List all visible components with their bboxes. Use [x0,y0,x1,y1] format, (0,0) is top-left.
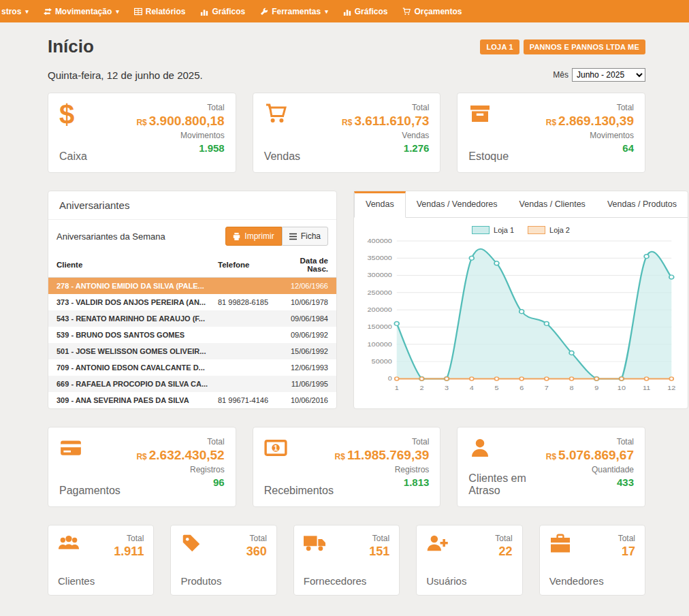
current-date: Quinta-feira, 12 de junho de 2025. [48,69,203,81]
count-label: Registros [395,465,430,474]
nav-item-label: Gráficos [212,7,245,16]
legend-item[interactable]: Loja 1 [472,226,514,234]
bar-chart-icon [200,7,208,16]
dollar-icon: $ [59,103,87,127]
nav-item-label: Movimentação [55,7,112,16]
total-label: Total [412,437,429,447]
table-row[interactable]: 669 - RAFAELA PROCOPIO DA SILVA CA... 11… [48,376,336,392]
stat-total-value: R$5.076.869,67 [546,449,634,463]
stat-total-value: R$11.985.769,39 [335,449,430,463]
column-header-telefone: Telefone [210,253,279,278]
stat-count-value: 64 [622,142,634,154]
mini-card-label: Produtos [180,575,266,587]
svg-text:400000: 400000 [368,238,393,244]
mini-card-fornecedores: Total 151 Fornecedores [293,525,400,596]
user-icon [468,437,545,459]
legend-item[interactable]: Loja 2 [528,226,570,234]
tab-vendas[interactable]: Vendas [354,191,406,218]
stat-count-value: 1.958 [199,142,225,154]
stat-total-value: R$3.611.610,73 [342,114,429,129]
svg-text:50000: 50000 [372,358,393,365]
month-select[interactable]: Junho - 2025 [572,68,645,82]
table-row[interactable]: 278 - ANTONIO EMIDIO DA SILVA (PALE... 1… [48,278,336,295]
nav-item-movimentacao[interactable]: Movimentação ▾ [36,0,127,22]
total-label: Total [207,103,224,112]
legend-label: Loja 2 [549,226,570,234]
store-badge[interactable]: LOJA 1 [480,39,519,54]
table-row[interactable]: 709 - ANTONIO EDSON CAVALCANTE D... 12/0… [48,359,336,376]
company-badge[interactable]: PANNOS E PANNOS LTDA ME [524,39,645,54]
stat-card-label: Caixa [59,150,87,163]
table-row[interactable]: 501 - JOSE WELISSON GOMES OLIVEIR... 15/… [48,343,336,359]
svg-text:3: 3 [445,385,449,391]
wrench-icon [260,7,268,16]
user-plus-icon [426,534,448,553]
svg-text:2: 2 [419,385,423,391]
cart-icon [402,7,411,16]
svg-text:4: 4 [470,385,474,391]
mini-card-produtos: Total 360 Produtos [170,525,276,596]
page-content: Início LOJA 1 PANNOS E PANNOS LTDA ME Qu… [0,22,689,596]
truck-icon [304,534,325,553]
print-button[interactable]: Imprimir [225,227,281,246]
stats-row-2: Pagamentos Total R$2.632.430,52 Registro… [48,427,645,507]
svg-text:100000: 100000 [368,340,393,347]
table-row[interactable]: 543 - RENATO MARINHO DE ARAUJO (F... 09/… [48,310,336,327]
nav-item-label: Ferramentas [272,7,321,16]
stat-card-label: Recebimentos [264,485,334,497]
caret-down-icon: ▾ [25,8,29,15]
mini-total-value: 1.911 [114,545,144,559]
ficha-button[interactable]: Ficha [282,227,328,246]
svg-text:10: 10 [618,385,626,391]
table-row[interactable]: 373 - VALDIR DOS ANJOS PEREIRA (AN... 81… [48,294,336,310]
stat-card-label: Pagamentos [59,485,121,497]
nav-item-orcamentos[interactable]: Orçamentos [395,0,469,22]
birthdays-subtitle: Aniversariantes da Semana [57,231,165,242]
table-icon [134,7,142,16]
mini-card-label: Vendedores [549,575,635,587]
nav-item-label: stros [1,7,21,16]
mini-total-value: 22 [499,545,513,559]
stat-card-label: Vendas [264,150,300,163]
stat-count-value: 1.813 [404,476,430,488]
total-label: Total [617,103,634,112]
month-label: Mês [553,70,568,80]
svg-text:250000: 250000 [368,289,393,296]
chart-legend: Loja 1Loja 2 [361,226,681,234]
stat-card-clientes-atraso: Clientes em Atraso Total R$5.076.869,67 … [457,427,645,507]
mini-card-usuarios: Total 22 Usuários [416,525,522,596]
list-icon [289,233,297,240]
printer-icon [233,233,240,240]
sales-panel: Vendas Vendas / Vendedores Vendas / Clie… [353,191,688,409]
svg-text:1: 1 [273,444,278,452]
caret-down-icon: ▾ [116,8,119,15]
stat-card-pagamentos: Pagamentos Total R$2.632.430,52 Registro… [48,427,236,507]
nav-item-graficos-1[interactable]: Gráficos [193,0,253,22]
tab-vendas-produtos[interactable]: Vendas / Produtos [596,191,688,217]
tab-vendas-clientes[interactable]: Vendas / Clientes [509,191,596,217]
nav-item-graficos-2[interactable]: Gráficos [336,0,396,22]
month-picker: Mês Junho - 2025 [553,68,645,82]
table-row[interactable]: 539 - BRUNO DOS SANTOS GOMES 09/06/1992 [48,327,336,343]
stat-total-value: R$2.632.430,52 [136,449,224,463]
header-badges: LOJA 1 PANNOS E PANNOS LTDA ME [480,39,645,54]
box-icon [468,103,509,125]
legend-swatch [528,226,545,234]
svg-text:0: 0 [388,375,392,382]
nav-item-label: Gráficos [355,7,388,16]
table-row[interactable]: 309 - ANA SEVERINA PAES DA SILVA 81 9967… [48,392,336,408]
nav-item-ferramentas[interactable]: Ferramentas ▾ [253,0,336,22]
legend-label: Loja 1 [494,226,514,234]
tab-vendas-vendedores[interactable]: Vendas / Vendedores [406,191,509,217]
nav-item-cadastros[interactable]: stros ▾ [0,0,36,22]
mini-total-value: 151 [369,545,389,559]
total-label: Total [617,437,634,447]
nav-item-relatorios[interactable]: Relatórios [127,0,193,22]
nav-item-label: Orçamentos [414,7,462,16]
stat-count-value: 96 [213,476,225,488]
top-navbar: stros ▾ Movimentação ▾ Relatórios Gráfic… [0,0,689,22]
caret-down-icon: ▾ [325,8,328,15]
svg-text:12: 12 [667,385,675,391]
exchange-icon [44,7,52,16]
mini-card-label: Usuários [426,575,512,587]
